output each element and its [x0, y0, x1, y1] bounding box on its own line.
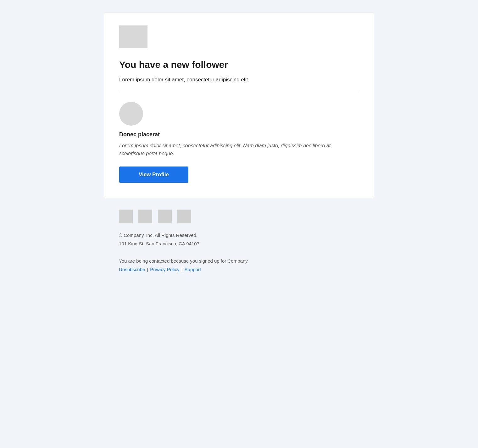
email-body-text: Lorem ipsum dolor sit amet, consectetur … [119, 76, 359, 84]
section-divider [119, 93, 359, 93]
footer-notice-text: You are being contacted because you sign… [119, 257, 359, 265]
unsubscribe-link[interactable]: Unsubscribe [119, 267, 145, 272]
footer-notice: You are being contacted because you sign… [119, 257, 359, 274]
social-icon-3[interactable] [158, 210, 172, 223]
company-logo [119, 25, 147, 48]
view-profile-button[interactable]: View Profile [119, 167, 188, 183]
email-card: You have a new follower Lorem ipsum dolo… [104, 13, 374, 198]
privacy-policy-link[interactable]: Privacy Policy [150, 267, 179, 272]
footer: © Company, Inc. All Rights Reserved. 101… [104, 198, 374, 274]
social-icon-1[interactable] [119, 210, 133, 223]
follower-section: Donec placerat Lorem ipsum dolor sit ame… [119, 102, 359, 183]
separator-1: | [147, 267, 148, 272]
social-icon-4[interactable] [177, 210, 191, 223]
follower-name: Donec placerat [119, 131, 359, 138]
social-icon-2[interactable] [138, 210, 152, 223]
separator-2: | [181, 267, 183, 272]
follower-bio: Lorem ipsum dolor sit amet, consectetur … [119, 142, 359, 158]
support-link[interactable]: Support [185, 267, 201, 272]
social-icons-row [119, 210, 359, 223]
footer-company-line1: © Company, Inc. All Rights Reserved. [119, 231, 359, 239]
avatar [119, 102, 143, 126]
footer-company-line2: 101 King St, San Francisco, CA 94107 [119, 239, 359, 248]
email-title: You have a new follower [119, 59, 359, 70]
footer-links: Unsubscribe|Privacy Policy|Support [119, 265, 359, 274]
footer-company-info: © Company, Inc. All Rights Reserved. 101… [119, 231, 359, 248]
